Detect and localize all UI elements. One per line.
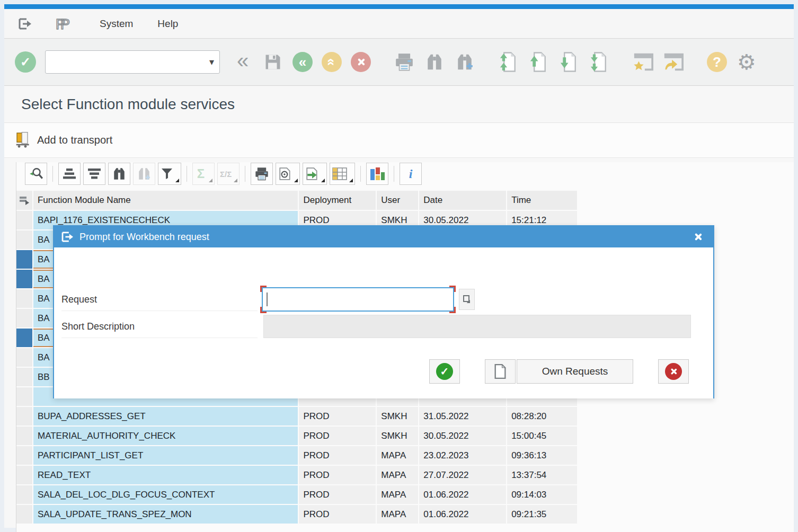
row-selector[interactable] — [16, 250, 32, 269]
row-selector[interactable] — [16, 407, 32, 425]
table-row[interactable]: READ_TEXT PROD MAPA 27.07.2022 13:37:54 — [16, 466, 578, 484]
cancel-icon — [665, 363, 682, 380]
chevron-down-icon[interactable]: ▾ — [209, 56, 214, 68]
row-selector[interactable] — [16, 427, 32, 445]
toolbar-separator — [187, 166, 187, 182]
row-selector[interactable] — [16, 387, 32, 406]
row-selector[interactable] — [16, 505, 32, 524]
create-request-icon — [494, 364, 507, 379]
short-description-label: Short Description — [61, 315, 258, 338]
value-help-icon[interactable] — [459, 289, 475, 310]
menu-item-system[interactable]: System — [100, 18, 133, 30]
row-selector[interactable] — [16, 485, 32, 504]
transport-cart-icon — [15, 131, 32, 150]
toolbar-separator — [360, 166, 361, 182]
standard-toolbar: ✓ ▾ « « « — [4, 39, 794, 86]
customize-icon[interactable]: ⚙ — [736, 49, 757, 75]
create-request-button[interactable] — [485, 359, 516, 384]
next-page-icon[interactable] — [558, 49, 580, 75]
add-to-transport-button[interactable]: Add to transport — [37, 134, 112, 146]
page-title: Select Function module services — [21, 96, 235, 113]
table-row[interactable]: SALA_UPDATE_TRANS_SPEZ_MON PROD MAPA 01.… — [16, 505, 578, 524]
back-chevrons-icon[interactable]: « — [232, 48, 253, 73]
new-session-icon[interactable] — [633, 49, 654, 75]
request-label: Request — [61, 288, 258, 311]
menu-bar: PP System Help — [4, 9, 794, 39]
request-input[interactable] — [262, 287, 454, 312]
exit-icon[interactable] — [14, 18, 37, 30]
back-icon[interactable]: « — [292, 52, 313, 72]
window-accent-strip — [4, 4, 794, 9]
row-selector[interactable] — [16, 309, 32, 327]
row-selector[interactable] — [16, 270, 32, 288]
export-icon[interactable] — [303, 163, 327, 185]
column-header-user[interactable]: User — [377, 191, 418, 210]
select-all-icon[interactable] — [16, 191, 32, 210]
row-selector[interactable] — [16, 348, 32, 367]
menu-item-help[interactable]: Help — [157, 18, 178, 30]
sum-icon[interactable]: Σ — [192, 163, 215, 185]
help-icon[interactable]: ? — [707, 52, 727, 72]
row-selector[interactable] — [16, 230, 32, 249]
find-next-icon[interactable] — [454, 49, 475, 75]
enter-icon[interactable]: ✓ — [15, 51, 36, 73]
column-header-time[interactable]: Time — [507, 191, 577, 210]
graphics-icon[interactable] — [366, 163, 388, 185]
text-caret — [267, 292, 268, 306]
table-row[interactable]: SALA_DEL_LOC_DLG_FOCUS_CONTEXT PROD MAPA… — [16, 485, 578, 504]
alv-toolbar: Σ Σ/Σ i — [25, 162, 794, 185]
sort-ascending-icon[interactable] — [58, 163, 81, 185]
info-icon[interactable]: i — [400, 163, 422, 185]
page-title-bar: Select Function module services — [4, 86, 794, 123]
filter-icon[interactable] — [158, 163, 181, 185]
row-selector[interactable] — [16, 211, 32, 229]
choose-layout-icon[interactable] — [330, 163, 355, 185]
short-description-field — [263, 315, 691, 338]
find-next-icon[interactable] — [133, 163, 155, 185]
application-toolbar: Add to transport — [4, 123, 794, 158]
dialog-body: Request Short Description ✓ Own Requests — [54, 247, 713, 398]
row-selector[interactable] — [16, 446, 32, 465]
column-header-function-module-name[interactable]: Function Module Name — [33, 191, 298, 210]
table-row[interactable]: PARTICIPANT_LIST_GET PROD MAPA 23.02.202… — [16, 446, 578, 465]
request-field-focus-frame — [260, 286, 456, 313]
toolbar-separator — [394, 166, 394, 182]
continue-button[interactable]: ✓ — [429, 359, 460, 384]
create-shortcut-icon[interactable] — [663, 49, 684, 75]
print-icon[interactable] — [394, 49, 415, 75]
find-icon[interactable] — [424, 49, 445, 75]
table-header-row: Function Module Name Deployment User Dat… — [16, 191, 578, 210]
close-icon[interactable] — [690, 229, 706, 245]
table-row[interactable]: MATERIAL_AUTHORITY_CHECK PROD SMKH 30.05… — [16, 427, 578, 445]
cancel-icon[interactable] — [351, 52, 371, 72]
row-selector[interactable] — [16, 368, 32, 386]
continue-check-icon: ✓ — [436, 363, 453, 380]
dialog-title: Prompt for Workbench request — [79, 232, 685, 243]
screenshot-stage: PP System Help ✓ ▾ « « « — [0, 0, 798, 532]
workbench-request-dialog: Prompt for Workbench request Request Sho… — [53, 225, 714, 398]
print-icon[interactable] — [251, 163, 273, 185]
views-icon[interactable] — [276, 163, 300, 185]
own-requests-button[interactable]: Own Requests — [517, 359, 633, 384]
details-icon[interactable] — [25, 163, 47, 185]
dialog-exit-icon — [61, 232, 74, 242]
save-icon[interactable] — [262, 49, 283, 75]
row-selector[interactable] — [16, 466, 32, 484]
row-selector[interactable] — [16, 289, 32, 308]
svg-text:P: P — [60, 16, 70, 32]
row-selector[interactable] — [16, 329, 32, 347]
sort-descending-icon[interactable] — [83, 163, 105, 185]
column-header-date[interactable]: Date — [419, 191, 506, 210]
previous-page-icon[interactable] — [528, 49, 549, 75]
cancel-button[interactable] — [658, 359, 689, 384]
exit-icon[interactable]: « — [322, 52, 342, 72]
find-icon[interactable] — [108, 163, 130, 185]
gui-menu-icon[interactable]: PP — [52, 15, 75, 32]
subtotal-icon[interactable]: Σ/Σ — [217, 163, 240, 185]
dialog-title-bar[interactable]: Prompt for Workbench request — [54, 226, 713, 247]
last-page-icon[interactable] — [589, 49, 610, 75]
column-header-deployment[interactable]: Deployment — [299, 191, 376, 210]
table-row[interactable]: BUPA_ADDRESSES_GET PROD SMKH 31.05.2022 … — [16, 407, 578, 425]
command-field[interactable]: ▾ — [45, 50, 220, 74]
first-page-icon[interactable] — [498, 49, 519, 75]
